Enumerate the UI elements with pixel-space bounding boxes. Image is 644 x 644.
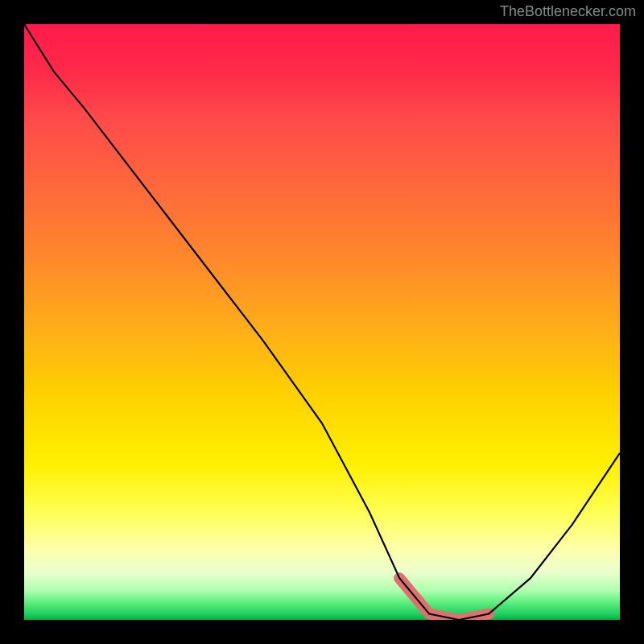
attribution-text: TheBottlenecker.com [500,3,636,20]
bottleneck-curve-line [24,24,620,620]
plot-area [24,24,620,620]
curve-overlay [24,24,620,620]
